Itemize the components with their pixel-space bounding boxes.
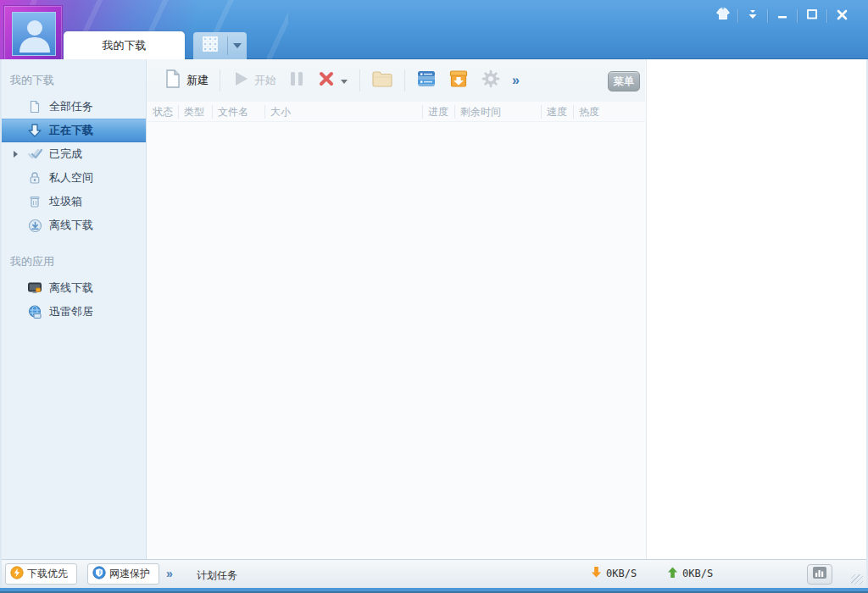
start-button[interactable]: 开始 <box>225 65 282 96</box>
statusbar: 下载优先 网速保护 » 计划任务 0KB/S <box>0 559 868 588</box>
grid-view-button[interactable] <box>193 32 227 59</box>
menu-button[interactable]: 菜单 <box>608 71 640 91</box>
control-divider <box>767 9 768 23</box>
sidebar-item-all-tasks[interactable]: 全部任务 <box>2 95 146 119</box>
trash-icon <box>27 194 42 209</box>
gear-icon <box>481 69 501 92</box>
skin-button[interactable] <box>710 6 736 26</box>
new-task-button[interactable]: 新建 <box>158 64 214 97</box>
control-divider <box>826 9 827 23</box>
minimize-button[interactable] <box>770 6 795 26</box>
open-folder-button[interactable] <box>365 65 399 96</box>
speed-graph-button[interactable] <box>807 564 832 585</box>
window-left-edge <box>0 59 2 588</box>
sidebar-item-label: 垃圾箱 <box>49 194 82 209</box>
column-size[interactable]: 大小 <box>264 105 422 119</box>
detail-view-button[interactable] <box>410 65 442 96</box>
toolbar-divider <box>404 69 405 91</box>
settings-button[interactable] <box>475 64 507 97</box>
grid-icon <box>202 36 219 56</box>
task-list-empty[interactable] <box>147 123 645 559</box>
column-status[interactable]: 状态 <box>147 105 178 119</box>
download-priority-label: 下载优先 <box>27 567 68 581</box>
sidebar-section-my-downloads: 我的下载 <box>10 73 146 88</box>
download-box-button[interactable] <box>442 64 475 97</box>
column-filename[interactable]: 文件名 <box>212 105 264 119</box>
chevron-down-icon <box>233 43 242 48</box>
shield-icon <box>92 566 106 582</box>
delete-dropdown-icon[interactable] <box>340 73 348 88</box>
neighbor-icon <box>27 304 42 319</box>
sidebar-item-label: 已完成 <box>49 147 82 162</box>
lock-icon <box>27 170 42 186</box>
sidebar: 我的下载 全部任务 正在下载 <box>2 59 147 559</box>
minimize-icon <box>776 8 788 24</box>
double-check-icon <box>27 147 42 162</box>
download-arrow-icon <box>27 123 42 138</box>
bar-chart-icon <box>812 566 827 583</box>
avatar-icon <box>12 12 56 56</box>
column-remaining-time[interactable]: 剩余时间 <box>454 105 541 119</box>
delete-button[interactable] <box>311 65 354 96</box>
menu-label: 菜单 <box>614 75 634 89</box>
new-task-label: 新建 <box>186 73 209 88</box>
column-type[interactable]: 类型 <box>178 105 212 119</box>
download-speed-value: 0KB/S <box>606 568 637 579</box>
column-speed[interactable]: 速度 <box>541 105 573 119</box>
sidebar-item-label: 私人空间 <box>49 170 93 186</box>
expander-icon[interactable] <box>14 151 18 158</box>
pause-button[interactable] <box>282 65 311 96</box>
upload-speed-value: 0KB/S <box>682 568 713 579</box>
play-icon <box>231 69 250 91</box>
sidebar-item-app-offline-download[interactable]: 离线下载 <box>2 276 146 300</box>
sidebar-item-private-space[interactable]: 私人空间 <box>2 166 146 190</box>
sidebar-section-my-apps: 我的应用 <box>10 254 146 269</box>
maximize-icon <box>806 8 818 24</box>
speed-protect-button[interactable]: 网速保护 <box>87 563 159 585</box>
sidebar-item-label: 全部任务 <box>49 99 93 114</box>
tab-switcher-button <box>193 32 247 59</box>
list-view-icon <box>416 69 437 91</box>
window-controls <box>710 5 854 27</box>
shirt-icon <box>714 7 732 25</box>
user-avatar[interactable] <box>3 5 63 61</box>
down-arrow-icon <box>591 566 602 581</box>
start-label: 开始 <box>254 73 276 88</box>
sidebar-item-completed[interactable]: 已完成 <box>2 142 146 166</box>
sidebar-item-label: 正在下载 <box>49 123 93 138</box>
close-button[interactable] <box>829 6 854 26</box>
maximize-button[interactable] <box>799 6 825 26</box>
folder-icon <box>371 69 393 91</box>
sidebar-item-thunder-neighbor[interactable]: 迅雷邻居 <box>2 300 146 324</box>
delete-x-icon <box>317 69 336 91</box>
titlebar: 我的下载 <box>0 0 868 59</box>
upload-speed: 0KB/S <box>667 566 713 581</box>
app-window: 我的下载 <box>0 0 868 593</box>
tab-my-downloads[interactable]: 我的下载 <box>64 31 185 59</box>
toolbar-more-button[interactable]: » <box>507 73 525 88</box>
toolbar-divider <box>220 69 220 91</box>
monitor-icon <box>27 280 42 296</box>
lightning-icon <box>10 566 24 582</box>
download-box-icon <box>448 69 469 92</box>
sidebar-item-trash[interactable]: 垃圾箱 <box>2 190 146 213</box>
collapse-button[interactable] <box>740 6 765 26</box>
scheduled-tasks-button[interactable]: 计划任务 <box>197 568 237 583</box>
column-popularity[interactable]: 热度 <box>573 105 645 119</box>
document-icon <box>27 99 42 114</box>
sidebar-item-label: 离线下载 <box>49 280 93 296</box>
statusbar-more-button[interactable]: » <box>166 567 173 580</box>
sidebar-item-offline-download[interactable]: 离线下载 <box>2 213 146 237</box>
download-speed: 0KB/S <box>591 566 637 581</box>
new-document-icon <box>164 69 182 92</box>
column-progress[interactable]: 进度 <box>422 105 454 119</box>
column-header-row: 状态 类型 文件名 大小 进度 剩余时间 速度 热度 <box>147 102 645 122</box>
sidebar-item-downloading[interactable]: 正在下载 <box>2 119 146 142</box>
task-list-panel: 新建 开始 <box>147 59 645 559</box>
window-bottom-edge <box>0 588 868 593</box>
download-priority-button[interactable]: 下载优先 <box>5 563 77 585</box>
tab-list-dropdown-button[interactable] <box>228 32 247 59</box>
sidebar-item-label: 迅雷邻居 <box>49 304 93 319</box>
pause-icon <box>288 69 305 91</box>
resize-grip[interactable] <box>851 574 863 585</box>
